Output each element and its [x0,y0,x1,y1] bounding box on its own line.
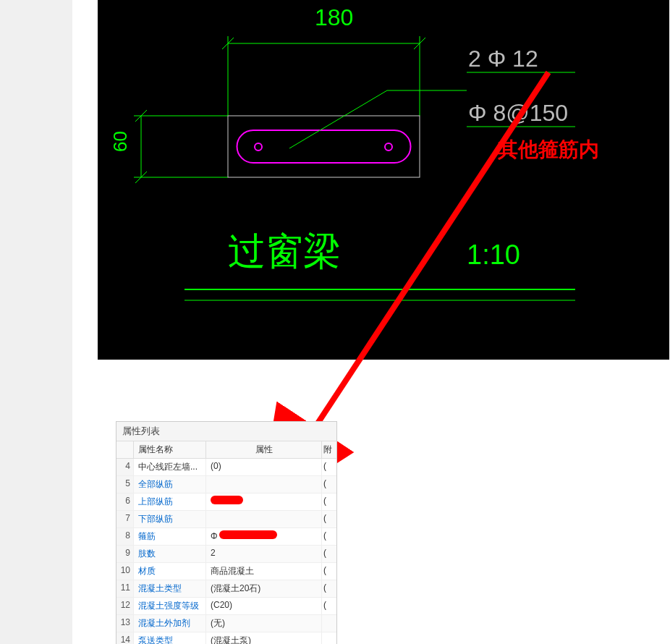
svg-point-11 [255,143,262,151]
property-extra: ( [322,493,336,510]
property-name[interactable]: 下部纵筋 [134,511,206,528]
property-extra: ( [322,598,336,614]
cad-drawing: 180 60 2 Φ 12 Φ 8@150 过窗梁 1:10 [98,0,669,360]
property-extra: ( [322,580,336,597]
property-value[interactable] [206,511,322,528]
property-value[interactable]: (无) [206,615,322,632]
table-row[interactable]: 10材质商品混凝土( [116,563,336,580]
table-row[interactable]: 7下部纵筋( [116,511,336,528]
col-name: 属性名称 [134,441,206,458]
table-title: 属性列表 [116,422,336,441]
row-number: 5 [116,476,134,493]
property-value[interactable]: (混凝土20石) [206,580,322,597]
property-value[interactable]: (C20) [206,598,322,614]
property-name[interactable]: 泵送类型 [134,632,206,644]
redacted-value [219,530,277,539]
row-number: 4 [116,459,134,475]
table-header: 属性名称 属性 附 [116,441,336,459]
row-number: 8 [116,528,134,545]
dim-width-label: 180 [315,4,353,30]
col-value: 属性 [206,441,322,458]
svg-line-13 [289,90,387,148]
row-number: 14 [116,632,134,644]
property-value[interactable] [206,476,322,493]
table-row[interactable]: 13混凝土外加剂(无) [116,615,336,632]
property-name[interactable]: 上部纵筋 [134,493,206,510]
property-extra: ( [322,459,336,475]
property-value[interactable] [206,493,322,510]
property-value[interactable]: (0) [206,459,322,475]
table-row[interactable]: 8箍筋Φ( [116,528,336,546]
drawing-title: 过窗梁 [228,230,341,272]
table-row[interactable]: 5全部纵筋( [116,476,336,493]
property-name[interactable]: 全部纵筋 [134,476,206,493]
table-row[interactable]: 6上部纵筋( [116,493,336,511]
table-row[interactable]: 11混凝土类型(混凝土20石)( [116,580,336,598]
table-row[interactable]: 9肢数2( [116,546,336,563]
property-extra [322,615,336,632]
property-name[interactable]: 混凝土类型 [134,580,206,597]
property-extra: ( [322,476,336,493]
row-number: 7 [116,511,134,528]
row-number: 9 [116,546,134,562]
dim-height-label: 60 [109,131,131,152]
property-extra: ( [322,511,336,528]
property-name[interactable]: 混凝土外加剂 [134,615,206,632]
svg-rect-10 [228,116,420,177]
property-value[interactable]: Φ [206,528,322,545]
row-number: 10 [116,563,134,580]
row-number: 12 [116,598,134,614]
table-row[interactable]: 14泵送类型(混凝土泵) [116,632,336,644]
property-name[interactable]: 混凝土强度等级 [134,598,206,614]
property-value[interactable]: 商品混凝土 [206,563,322,580]
row-number: 13 [116,615,134,632]
property-value[interactable]: 2 [206,546,322,562]
svg-point-12 [385,143,392,151]
property-name[interactable]: 材质 [134,563,206,580]
property-table: 属性列表 属性名称 属性 附 4中心线距左墙...(0)(5全部纵筋(6上部纵筋… [116,421,337,644]
drawing-scale: 1:10 [467,240,520,270]
property-name[interactable]: 箍筋 [134,528,206,545]
property-name[interactable]: 肢数 [134,546,206,562]
property-value[interactable]: (混凝土泵) [206,632,322,644]
property-extra: ( [322,528,336,545]
annotation-text: 其他箍筋内 [498,136,599,164]
property-extra: ( [322,563,336,580]
col-extra: 附 [322,441,336,458]
row-number: 11 [116,580,134,597]
rebar-stirrup-label: Φ 8@150 [468,100,568,126]
redacted-value [211,496,243,504]
row-number: 6 [116,493,134,510]
property-extra [322,632,336,644]
property-name: 中心线距左墙... [134,459,206,475]
table-row[interactable]: 4中心线距左墙...(0)( [116,459,336,476]
property-extra: ( [322,546,336,562]
table-row[interactable]: 12混凝土强度等级(C20)( [116,598,336,615]
rebar-main-label: 2 Φ 12 [468,46,538,72]
